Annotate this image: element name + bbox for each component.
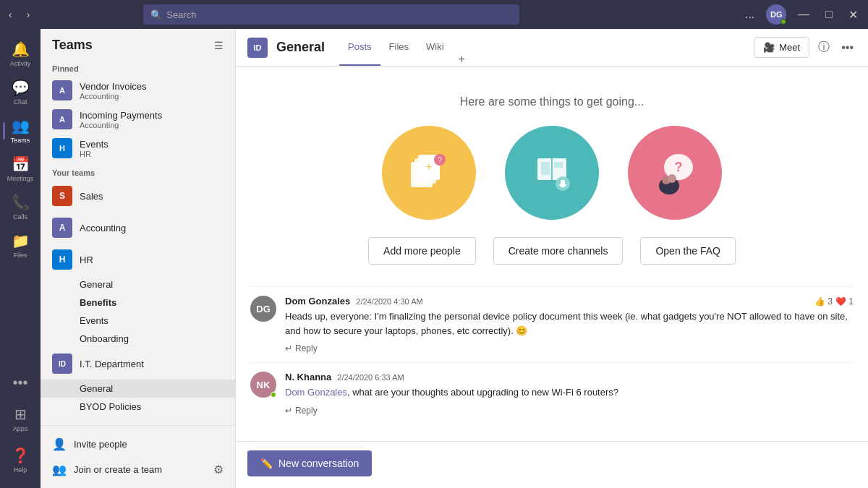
sidebar: Teams ☰ Pinned A Vendor Invoices Account… [41, 29, 236, 488]
sidebar-scroll: Pinned A Vendor Invoices Accounting A In… [41, 59, 235, 425]
sidebar-item-meetings[interactable]: 📅 Meetings [3, 150, 38, 188]
n-khanna-online-dot [271, 392, 276, 398]
welcome-buttons: Add more people Create more channels Ope… [250, 237, 854, 265]
n-khanna-body: N. Khanna 2/24/2020 6:33 AM Dom Gonzales… [285, 372, 854, 416]
add-more-people-button[interactable]: Add more people [368, 237, 476, 265]
info-button[interactable]: ⓘ [815, 37, 833, 58]
search-input[interactable] [166, 9, 512, 20]
close-button[interactable]: ✕ [844, 7, 862, 23]
hr-avatar: H [52, 249, 72, 270]
maximize-button[interactable]: □ [821, 7, 837, 22]
title-bar: ‹ › 🔍 ... DG — □ ✕ [0, 0, 868, 29]
meet-button[interactable]: 🎥 Meet [754, 37, 809, 58]
files-icon: 📁 [12, 232, 30, 249]
pinned-vendor-invoices[interactable]: A Vendor Invoices Accounting [41, 76, 235, 105]
svg-text:?: ? [438, 156, 442, 164]
channel-hr-general-name: General [80, 279, 113, 290]
channel-hr-onboarding-name: Onboarding [80, 333, 129, 344]
tab-posts[interactable]: Posts [339, 29, 380, 66]
reply-icon-2: ↵ [285, 406, 292, 416]
settings-gear-button[interactable]: ⚙ [213, 463, 224, 476]
invite-people-item[interactable]: 👤 Invite people [41, 432, 235, 457]
open-faq-button[interactable]: Open the FAQ [640, 237, 736, 265]
minimize-button[interactable]: — [793, 7, 814, 22]
n-khanna-time: 2/24/2020 6:33 AM [337, 373, 404, 382]
icon-bar: 🔔 Activity 💬 Chat 👥 Teams 📅 Meetings 📞 C… [0, 29, 41, 488]
team-it[interactable]: ID I.T. Department ••• [41, 348, 235, 380]
sidebar-item-files[interactable]: 📁 Files [3, 226, 38, 265]
channel-hr-events[interactable]: Events [41, 312, 235, 330]
add-tab-button[interactable]: + [453, 53, 471, 66]
search-bar[interactable]: 🔍 [143, 4, 519, 25]
tab-wiki[interactable]: Wiki [417, 29, 453, 66]
n-khanna-text: Dom Gonzales, what are your thoughts abo… [285, 385, 854, 400]
channel-tabs: Posts Files Wiki + [339, 29, 471, 66]
welcome-card-faq: ? [628, 126, 722, 220]
sidebar-item-calls[interactable]: 📞 Calls [3, 188, 38, 226]
welcome-text: Here are some things to get going... [250, 95, 854, 108]
sidebar-item-chat[interactable]: 💬 Chat [3, 73, 38, 111]
team-sales[interactable]: S Sales ••• [41, 180, 235, 212]
dom-gonzales-time: 2/24/2020 4:30 AM [356, 297, 422, 306]
video-icon: 🎥 [763, 42, 775, 53]
sidebar-item-teams[interactable]: 👥 Teams [3, 111, 38, 150]
sidebar-item-more[interactable]: ••• [3, 369, 38, 397]
filter-button[interactable]: ☰ [214, 40, 224, 51]
chat-label: Chat [13, 98, 27, 106]
channels-illustration [505, 126, 599, 220]
channel-header: ID General Posts Files Wiki + 🎥 Meet ⓘ •… [236, 29, 868, 67]
dom-gonzales-avatar: DG [250, 296, 276, 322]
compose-icon: ✏️ [260, 458, 273, 469]
sidebar-title: Teams [52, 38, 93, 53]
team-accounting[interactable]: A Accounting ••• [41, 212, 235, 244]
channel-it-general[interactable]: General [41, 380, 235, 398]
channel-it-general-name: General [80, 383, 113, 394]
dom-gonzales-reply[interactable]: ↵ Reply [285, 343, 854, 354]
more-channel-options-button[interactable]: ••• [838, 38, 856, 57]
dom-mention-link[interactable]: Dom Gonzales [285, 387, 347, 398]
tab-files[interactable]: Files [380, 29, 417, 66]
n-khanna-reply[interactable]: ↵ Reply [285, 406, 854, 416]
events-avatar: H [52, 138, 72, 158]
activity-label: Activity [10, 60, 31, 67]
faq-illustration: ? [628, 126, 722, 220]
pinned-events[interactable]: H Events HR [41, 134, 235, 163]
message-dom-gonzales: DG Dom Gonzales 2/24/2020 4:30 AM 👍 3 ❤️… [250, 286, 854, 362]
channel-hr-onboarding[interactable]: Onboarding [41, 330, 235, 348]
dom-gonzales-text: Heads up, everyone: I'm finalizing the p… [285, 309, 854, 338]
help-label: Help [14, 466, 27, 474]
avatar[interactable]: DG [766, 4, 786, 25]
channel-it-byod[interactable]: BYOD Policies [41, 398, 235, 416]
incoming-payments-name: Incoming Payments [80, 110, 162, 121]
accounting-name: Accounting [80, 223, 200, 234]
new-conversation-button[interactable]: ✏️ New conversation [247, 450, 372, 476]
sales-avatar: S [52, 186, 72, 206]
sidebar-item-activity[interactable]: 🔔 Activity [3, 35, 38, 73]
title-bar-right: ... DG — □ ✕ [741, 4, 862, 25]
channel-hr-general[interactable]: General [41, 275, 235, 294]
forward-arrow[interactable]: › [24, 6, 33, 23]
svg-text:?: ? [675, 160, 683, 174]
dom-gonzales-reactions: 👍 3 ❤️ 1 [814, 296, 854, 307]
back-arrow[interactable]: ‹ [6, 6, 15, 23]
events-name: Events [80, 139, 109, 150]
svg-rect-11 [561, 180, 565, 187]
channel-name: General [276, 40, 325, 55]
online-dot [780, 19, 786, 25]
join-team-item[interactable]: 👥 Join or create a team ⚙ [41, 457, 235, 482]
channel-hr-benefits[interactable]: Benefits [41, 294, 235, 312]
invite-icon: 👤 [52, 437, 67, 451]
vendor-invoices-name: Vendor Invoices [80, 81, 147, 92]
sidebar-item-apps[interactable]: ⊞ Apps [3, 400, 38, 438]
create-more-channels-button[interactable]: Create more channels [493, 237, 624, 265]
team-hr[interactable]: H HR ••• [41, 244, 235, 275]
teams-label: Teams [11, 137, 30, 144]
svg-text:+: + [425, 160, 432, 173]
join-icon: 👥 [52, 463, 67, 476]
sidebar-item-help[interactable]: ❓ Help [3, 441, 38, 479]
n-khanna-avatar: NK [250, 372, 276, 398]
it-avatar: ID [52, 354, 72, 374]
more-options-button[interactable]: ... [741, 7, 759, 22]
pinned-incoming-payments[interactable]: A Incoming Payments Accounting [41, 105, 235, 134]
dom-gonzales-body: Dom Gonzales 2/24/2020 4:30 AM 👍 3 ❤️ 1 … [285, 296, 854, 354]
